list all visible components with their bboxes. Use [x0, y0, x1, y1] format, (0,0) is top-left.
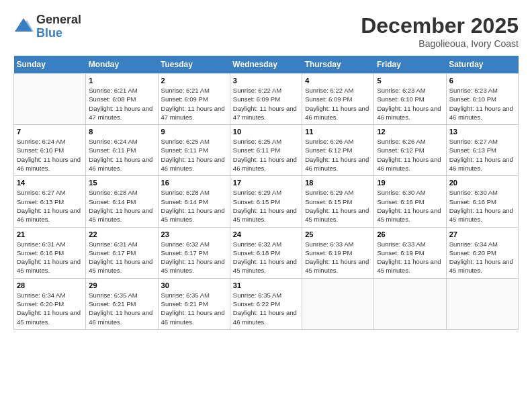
day-info: Sunrise: 6:32 AMSunset: 6:17 PMDaylight:… — [161, 240, 227, 275]
calendar-cell: 23Sunrise: 6:32 AMSunset: 6:17 PMDayligh… — [158, 227, 230, 278]
calendar-cell: 25Sunrise: 6:33 AMSunset: 6:19 PMDayligh… — [302, 227, 374, 278]
calendar-cell: 5Sunrise: 6:23 AMSunset: 6:10 PMDaylight… — [374, 74, 446, 125]
logo: General Blue — [13, 13, 81, 40]
day-info: Sunrise: 6:33 AMSunset: 6:19 PMDaylight:… — [305, 240, 371, 275]
day-number: 3 — [233, 77, 299, 85]
calendar-cell: 24Sunrise: 6:32 AMSunset: 6:18 PMDayligh… — [230, 227, 302, 278]
calendar-cell: 2Sunrise: 6:21 AMSunset: 6:09 PMDaylight… — [158, 74, 230, 125]
day-info: Sunrise: 6:31 AMSunset: 6:17 PMDaylight:… — [89, 240, 154, 275]
day-number: 5 — [377, 77, 443, 85]
day-info: Sunrise: 6:21 AMSunset: 6:09 PMDaylight:… — [161, 86, 227, 122]
day-number: 2 — [161, 77, 227, 85]
day-info: Sunrise: 6:29 AMSunset: 6:15 PMDaylight:… — [233, 188, 299, 224]
day-info: Sunrise: 6:24 AMSunset: 6:11 PMDaylight:… — [89, 137, 154, 173]
calendar-cell: 31Sunrise: 6:35 AMSunset: 6:22 PMDayligh… — [230, 278, 302, 329]
day-info: Sunrise: 6:25 AMSunset: 6:11 PMDaylight:… — [233, 137, 299, 173]
day-number: 10 — [233, 128, 299, 136]
day-info: Sunrise: 6:24 AMSunset: 6:10 PMDaylight:… — [17, 137, 83, 173]
day-number: 1 — [89, 77, 154, 85]
day-number: 8 — [89, 128, 154, 136]
title-block: December 2025 Bagolieoua, Ivory Coast — [361, 13, 519, 49]
day-info: Sunrise: 6:34 AMSunset: 6:20 PMDaylight:… — [449, 240, 515, 275]
day-number: 28 — [17, 281, 83, 289]
calendar-cell — [446, 278, 518, 329]
day-number: 26 — [377, 230, 443, 238]
week-row-3: 21Sunrise: 6:31 AMSunset: 6:16 PMDayligh… — [14, 227, 519, 278]
week-row-1: 7Sunrise: 6:24 AMSunset: 6:10 PMDaylight… — [14, 125, 519, 176]
calendar-cell: 9Sunrise: 6:25 AMSunset: 6:11 PMDaylight… — [158, 125, 230, 176]
calendar-cell: 21Sunrise: 6:31 AMSunset: 6:16 PMDayligh… — [14, 227, 86, 278]
calendar-cell: 4Sunrise: 6:22 AMSunset: 6:09 PMDaylight… — [302, 74, 374, 125]
day-info: Sunrise: 6:22 AMSunset: 6:09 PMDaylight:… — [305, 86, 371, 122]
month-title: December 2025 — [361, 13, 519, 38]
calendar-cell: 26Sunrise: 6:33 AMSunset: 6:19 PMDayligh… — [374, 227, 446, 278]
weekday-header-tuesday: Tuesday — [158, 56, 230, 74]
day-number: 15 — [89, 179, 154, 187]
day-info: Sunrise: 6:30 AMSunset: 6:16 PMDaylight:… — [377, 188, 443, 224]
week-row-4: 28Sunrise: 6:34 AMSunset: 6:20 PMDayligh… — [14, 278, 519, 329]
day-info: Sunrise: 6:26 AMSunset: 6:12 PMDaylight:… — [305, 137, 371, 173]
day-number: 6 — [449, 77, 515, 85]
week-row-0: 1Sunrise: 6:21 AMSunset: 6:08 PMDaylight… — [14, 74, 519, 125]
calendar-cell: 30Sunrise: 6:35 AMSunset: 6:21 PMDayligh… — [158, 278, 230, 329]
day-info: Sunrise: 6:23 AMSunset: 6:10 PMDaylight:… — [377, 86, 443, 122]
day-info: Sunrise: 6:29 AMSunset: 6:15 PMDaylight:… — [305, 188, 371, 224]
calendar-cell: 14Sunrise: 6:27 AMSunset: 6:13 PMDayligh… — [14, 176, 86, 227]
day-number: 17 — [233, 179, 299, 187]
weekday-header-monday: Monday — [86, 56, 158, 74]
calendar-cell — [302, 278, 374, 329]
logo-icon — [13, 17, 34, 37]
day-info: Sunrise: 6:32 AMSunset: 6:18 PMDaylight:… — [233, 240, 299, 275]
calendar-cell: 7Sunrise: 6:24 AMSunset: 6:10 PMDaylight… — [14, 125, 86, 176]
logo-blue-text: Blue — [36, 27, 81, 40]
calendar-cell: 6Sunrise: 6:23 AMSunset: 6:10 PMDaylight… — [446, 74, 518, 125]
calendar-cell: 8Sunrise: 6:24 AMSunset: 6:11 PMDaylight… — [86, 125, 158, 176]
week-row-2: 14Sunrise: 6:27 AMSunset: 6:13 PMDayligh… — [14, 176, 519, 227]
calendar-cell: 17Sunrise: 6:29 AMSunset: 6:15 PMDayligh… — [230, 176, 302, 227]
calendar-cell — [14, 74, 86, 125]
weekday-header-sunday: Sunday — [14, 56, 86, 74]
day-info: Sunrise: 6:28 AMSunset: 6:14 PMDaylight:… — [161, 188, 227, 224]
day-info: Sunrise: 6:28 AMSunset: 6:14 PMDaylight:… — [89, 188, 154, 224]
day-info: Sunrise: 6:25 AMSunset: 6:11 PMDaylight:… — [161, 137, 227, 173]
day-number: 13 — [449, 128, 515, 136]
calendar-cell: 28Sunrise: 6:34 AMSunset: 6:20 PMDayligh… — [14, 278, 86, 329]
day-info: Sunrise: 6:35 AMSunset: 6:22 PMDaylight:… — [233, 291, 299, 326]
day-number: 23 — [161, 230, 227, 238]
calendar-cell: 20Sunrise: 6:30 AMSunset: 6:16 PMDayligh… — [446, 176, 518, 227]
day-number: 7 — [17, 128, 83, 136]
day-info: Sunrise: 6:21 AMSunset: 6:08 PMDaylight:… — [89, 86, 154, 122]
day-info: Sunrise: 6:35 AMSunset: 6:21 PMDaylight:… — [89, 291, 154, 326]
calendar-table: SundayMondayTuesdayWednesdayThursdayFrid… — [13, 56, 519, 330]
day-number: 16 — [161, 179, 227, 187]
calendar-cell: 10Sunrise: 6:25 AMSunset: 6:11 PMDayligh… — [230, 125, 302, 176]
day-number: 4 — [305, 77, 371, 85]
calendar-cell: 18Sunrise: 6:29 AMSunset: 6:15 PMDayligh… — [302, 176, 374, 227]
calendar-cell: 16Sunrise: 6:28 AMSunset: 6:14 PMDayligh… — [158, 176, 230, 227]
day-number: 24 — [233, 230, 299, 238]
day-info: Sunrise: 6:27 AMSunset: 6:13 PMDaylight:… — [449, 137, 515, 173]
day-number: 25 — [305, 230, 371, 238]
day-number: 21 — [17, 230, 83, 238]
day-info: Sunrise: 6:31 AMSunset: 6:16 PMDaylight:… — [17, 240, 83, 275]
calendar-cell: 13Sunrise: 6:27 AMSunset: 6:13 PMDayligh… — [446, 125, 518, 176]
day-number: 30 — [161, 281, 227, 289]
day-number: 19 — [377, 179, 443, 187]
calendar-cell: 11Sunrise: 6:26 AMSunset: 6:12 PMDayligh… — [302, 125, 374, 176]
calendar-cell: 12Sunrise: 6:26 AMSunset: 6:12 PMDayligh… — [374, 125, 446, 176]
day-info: Sunrise: 6:33 AMSunset: 6:19 PMDaylight:… — [377, 240, 443, 275]
day-number: 29 — [89, 281, 154, 289]
day-number: 20 — [449, 179, 515, 187]
calendar-cell: 22Sunrise: 6:31 AMSunset: 6:17 PMDayligh… — [86, 227, 158, 278]
calendar-cell: 29Sunrise: 6:35 AMSunset: 6:21 PMDayligh… — [86, 278, 158, 329]
weekday-header-saturday: Saturday — [446, 56, 518, 74]
calendar-body: 1Sunrise: 6:21 AMSunset: 6:08 PMDaylight… — [14, 74, 519, 330]
day-number: 22 — [89, 230, 154, 238]
page-header: General Blue December 2025 Bagolieoua, I… — [13, 13, 519, 49]
logo-general-text: General — [36, 13, 81, 27]
day-number: 14 — [17, 179, 83, 187]
day-number: 9 — [161, 128, 227, 136]
day-number: 31 — [233, 281, 299, 289]
day-info: Sunrise: 6:34 AMSunset: 6:20 PMDaylight:… — [17, 291, 83, 326]
weekday-header-wednesday: Wednesday — [230, 56, 302, 74]
